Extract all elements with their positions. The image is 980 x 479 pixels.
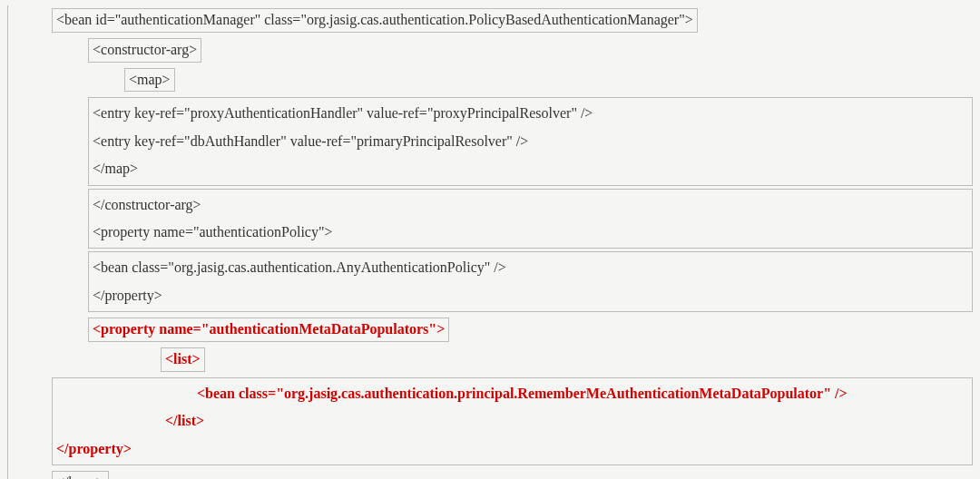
xml-line-map-close: </map> — [93, 155, 968, 182]
xml-line-entry-dbauth: <entry key-ref="dbAuthHandler" value-ref… — [93, 128, 968, 155]
xml-line-list-open: <list> — [161, 347, 205, 372]
xml-config-block: <bean id="authenticationManager" class="… — [7, 5, 973, 479]
xml-line-bean-close: </bean> — [52, 471, 109, 479]
xml-line-map-open: <map> — [124, 68, 175, 93]
xml-block-rememberme: <bean class="org.jasig.cas.authenticatio… — [52, 377, 973, 465]
xml-block-anyauth-policy: <bean class="org.jasig.cas.authenticatio… — [88, 251, 973, 312]
xml-line-constructor-arg-open: <constructor-arg> — [88, 38, 201, 63]
xml-line-prop-metadata-close: </property> — [56, 435, 968, 463]
xml-line-entry-proxy: <entry key-ref="proxyAuthenticationHandl… — [93, 100, 968, 127]
xml-line-rememberme-bean: <bean class="org.jasig.cas.authenticatio… — [56, 380, 968, 407]
xml-line-prop-close-1: </property> — [93, 282, 968, 309]
xml-line-list-close: </list> — [56, 407, 968, 435]
xml-line-prop-metadata-open: <property name="authenticationMetaDataPo… — [88, 318, 449, 342]
xml-block-constructor-close-prop-open: </constructor-arg> <property name="authe… — [88, 189, 973, 249]
xml-line-prop-authpolicy-open: <property name="authenticationPolicy"> — [93, 219, 968, 246]
xml-line-anyauth-bean: <bean class="org.jasig.cas.authenticatio… — [93, 254, 968, 281]
xml-block-map-entries: <entry key-ref="proxyAuthenticationHandl… — [88, 97, 973, 185]
xml-line-constructor-arg-close: </constructor-arg> — [93, 191, 968, 219]
xml-line-bean-open: <bean id="authenticationManager" class="… — [52, 8, 698, 33]
